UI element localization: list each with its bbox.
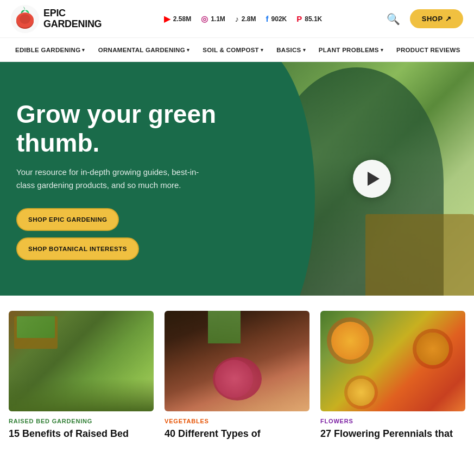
article-title-flowers[interactable]: 27 Flowering Perennials that [320,428,465,440]
instagram-icon: ◎ [201,14,208,24]
article-image-raised-bed[interactable] [9,311,154,411]
svg-point-3 [20,14,30,24]
nav-item-product-reviews[interactable]: PRODUCT REVIEWS [390,38,467,61]
tiktok-link[interactable]: ♪ 2.8M [235,15,256,23]
shop-epic-button[interactable]: SHOP EPIC GARDENING [16,208,119,231]
article-card-raised-bed: RAISED BED GARDENING 15 Benefits of Rais… [9,311,159,440]
nav-item-plant-problems[interactable]: PLANT PROBLEMS▾ [312,38,390,61]
article-card-flowers: FLOWERS 27 Flowering Perennials that [315,311,465,440]
instagram-link[interactable]: ◎ 1.1M [201,14,225,24]
search-button[interactable]: 🔍 [384,10,402,28]
pinterest-count: 85.1K [305,15,322,23]
facebook-link[interactable]: f 902K [266,14,287,23]
main-nav: EDIBLE GARDENING▾ ORNAMENTAL GARDENING▾ … [0,38,474,62]
article-category-flowers: FLOWERS [320,418,465,424]
article-category-raised-bed: RAISED BED GARDENING [9,418,154,424]
youtube-link[interactable]: ▶ 2.58M [164,14,191,24]
shop-botanical-button[interactable]: SHOP BOTANICAL INTERESTS [16,237,139,260]
article-category-vegetables: VEGETABLES [165,418,309,424]
chevron-down-icon: ▾ [381,47,383,53]
social-links: ▶ 2.58M ◎ 1.1M ♪ 2.8M f 902K P 85.1K [164,14,322,24]
article-image-vegetables[interactable] [165,311,309,411]
youtube-icon: ▶ [164,14,170,24]
hero-buttons: SHOP EPIC GARDENING SHOP BOTANICAL INTER… [16,208,225,260]
article-card-vegetables: VEGETABLES 40 Different Types of [159,311,315,440]
article-image-flowers[interactable] [320,311,465,411]
tiktok-icon: ♪ [235,15,239,23]
chevron-down-icon: ▾ [82,47,85,53]
shop-button[interactable]: SHOP ↗ [410,9,463,28]
hero-image-area [247,62,474,296]
hero-title: Grow your green thumb. [16,100,225,158]
instagram-count: 1.1M [211,15,225,23]
hero-description: Your resource for in-depth growing guide… [16,166,217,192]
play-button[interactable] [353,160,391,198]
nav-item-basics[interactable]: BASICS▾ [270,38,312,61]
chevron-down-icon: ▾ [261,47,263,53]
logo-text: EPICGARDENING [43,8,102,30]
chevron-down-icon: ▾ [187,47,189,53]
article-title-vegetables[interactable]: 40 Different Types of [165,428,309,440]
articles-section: RAISED BED GARDENING 15 Benefits of Rais… [0,296,474,451]
site-header: EPICGARDENING ▶ 2.58M ◎ 1.1M ♪ 2.8M f 90… [0,0,474,38]
hero-content: Grow your green thumb. Your resource for… [0,62,247,296]
nav-item-edible[interactable]: EDIBLE GARDENING▾ [9,38,92,61]
tiktok-count: 2.8M [242,15,256,23]
logo-area[interactable]: EPICGARDENING [11,5,102,33]
chevron-down-icon: ▾ [303,47,306,53]
nav-item-ornamental[interactable]: ORNAMENTAL GARDENING▾ [92,38,197,61]
article-title-raised-bed[interactable]: 15 Benefits of Raised Bed [9,428,154,440]
pinterest-link[interactable]: P 85.1K [296,14,322,23]
pinterest-icon: P [296,14,302,23]
hero-section: Grow your green thumb. Your resource for… [0,62,474,296]
facebook-icon: f [266,14,269,23]
nav-item-soil[interactable]: SOIL & COMPOST▾ [196,38,270,61]
youtube-count: 2.58M [173,15,191,23]
logo-icon [11,5,39,33]
facebook-count: 902K [271,15,287,23]
play-triangle-icon [368,172,380,186]
header-actions: 🔍 SHOP ↗ [384,9,463,28]
